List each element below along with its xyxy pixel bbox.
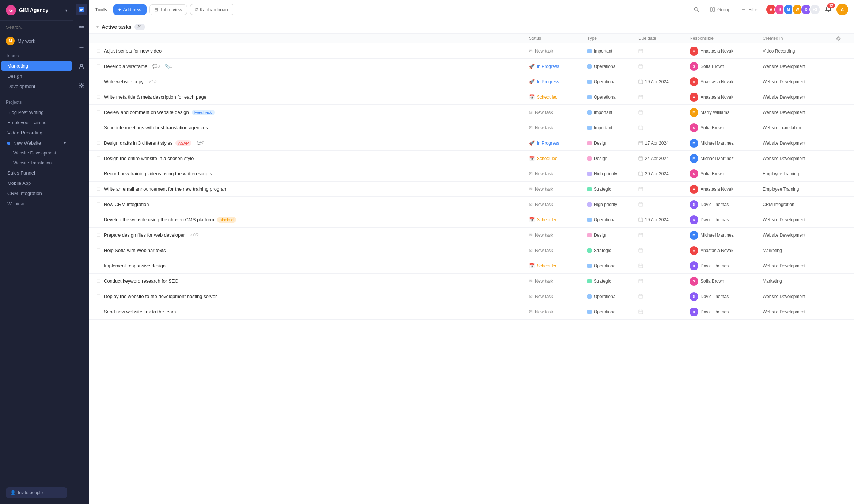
col-due-date[interactable]: Due date <box>638 36 690 41</box>
calendar-icon[interactable] <box>76 23 87 34</box>
task-checkbox[interactable]: ☐ <box>96 248 101 253</box>
table-container: ▾ Active tasks 21 Status Type Due date R… <box>89 19 854 504</box>
checkbox-icon[interactable] <box>76 4 87 15</box>
task-checkbox[interactable]: ☐ <box>96 156 101 161</box>
sidebar-item-new-website[interactable]: New Website ▾ <box>1 138 72 148</box>
task-rows-container: ☐ Adjust scripts for new video ✉ New tas… <box>89 43 854 320</box>
task-checkbox[interactable]: ☐ <box>96 202 101 207</box>
notification-button[interactable]: 12 <box>823 4 834 15</box>
current-user-avatar[interactable]: A <box>836 4 848 15</box>
task-checkbox[interactable]: ☐ <box>96 278 101 284</box>
table-row[interactable]: ☐ Design drafts in 3 different styles AS… <box>89 135 854 151</box>
task-name: ☐ Schedule meetings with best translatio… <box>96 125 529 130</box>
task-checkbox[interactable]: ☐ <box>96 94 101 100</box>
table-row[interactable]: ☐ Write website copy ✓1/3 🚀 In Progress … <box>89 74 854 89</box>
col-due-date-label: Due date <box>638 36 656 41</box>
add-new-button[interactable]: + Add new <box>113 4 147 15</box>
table-row[interactable]: ☐ Review and comment on website design F… <box>89 105 854 120</box>
task-checkbox[interactable]: ☐ <box>96 309 101 314</box>
table-view-button[interactable]: ⊞ Table view <box>149 4 187 15</box>
app-logo[interactable]: G GIM Agency ▾ <box>0 0 73 21</box>
task-checkbox[interactable]: ☐ <box>96 79 101 84</box>
table-row[interactable]: ☐ Implement responsive design 📅 Schedule… <box>89 258 854 274</box>
sidebar-item-website-translation[interactable]: Website Translation <box>1 158 72 168</box>
calendar-icon <box>638 187 643 191</box>
task-checkbox[interactable]: ☐ <box>96 186 101 192</box>
sidebar-item-employee-training[interactable]: Employee Training <box>1 118 72 127</box>
table-row[interactable]: ☐ Prepare design files for web developer… <box>89 228 854 243</box>
invite-label: Invite people <box>18 490 43 495</box>
my-work-item[interactable]: M My work <box>0 34 73 48</box>
sidebar-item-development[interactable]: Development <box>1 81 72 91</box>
sidebar-item-marketing[interactable]: Marketing <box>1 61 72 71</box>
table-row[interactable]: ☐ Record new training videos using the w… <box>89 166 854 182</box>
table-row[interactable]: ☐ Develop a wireframe 💬3📎1 🚀 In Progress… <box>89 59 854 74</box>
table-row[interactable]: ☐ Conduct keyword research for SEO ✉ New… <box>89 274 854 289</box>
table-row[interactable]: ☐ Design the entire website in a chosen … <box>89 151 854 166</box>
development-label: Development <box>7 84 35 89</box>
sidebar-item-webinar[interactable]: Webinar <box>1 199 72 209</box>
task-type: Strategic <box>587 248 638 253</box>
task-type: Operational <box>587 263 638 268</box>
task-checkbox[interactable]: ☐ <box>96 48 101 54</box>
task-type: High priority <box>587 171 638 176</box>
person-icon[interactable] <box>76 61 87 72</box>
table-row[interactable]: ☐ Send new website link to the team ✉ Ne… <box>89 304 854 320</box>
table-row[interactable]: ☐ Help Sofia with Webinar texts ✉ New ta… <box>89 243 854 258</box>
task-responsible: S Sofia Brown <box>690 123 763 132</box>
table-row[interactable]: ☐ New CRM integration ✉ New task High pr… <box>89 197 854 212</box>
sidebar-item-blog-post-writing[interactable]: Blog Post Writing <box>1 107 72 117</box>
responsible-avatar: D <box>690 261 698 270</box>
table-row[interactable]: ☐ Write an email announcement for the ne… <box>89 182 854 197</box>
task-created-in: Website Development <box>763 156 836 161</box>
add-team-icon[interactable]: + <box>65 53 67 58</box>
col-created-in[interactable]: Created in <box>763 36 836 41</box>
type-dot <box>587 172 592 176</box>
settings-icon[interactable] <box>76 80 87 91</box>
col-type[interactable]: Type <box>587 36 638 41</box>
search-input[interactable] <box>6 24 67 30</box>
task-created-in: Employee Training <box>763 171 836 176</box>
svg-rect-18 <box>639 203 643 206</box>
list-icon[interactable] <box>76 42 87 53</box>
table-row[interactable]: ☐ Adjust scripts for new video ✉ New tas… <box>89 43 854 59</box>
table-row[interactable]: ☐ Deploy the website to the development … <box>89 289 854 304</box>
sidebar-item-website-development[interactable]: Website Development <box>1 148 72 158</box>
status-text: Scheduled <box>537 156 558 161</box>
status-icon: ✉ <box>529 110 533 115</box>
projects-section-header[interactable]: Projects + <box>0 98 73 107</box>
task-checkbox[interactable]: ☐ <box>96 217 101 222</box>
sidebar-item-video-recording[interactable]: Video Recording <box>1 128 72 138</box>
kanban-board-button[interactable]: ⧉ Kanban board <box>190 4 235 15</box>
task-checkbox[interactable]: ☐ <box>96 110 101 115</box>
col-responsible[interactable]: Responsible <box>690 36 763 41</box>
table-row[interactable]: ☐ Develop the website using the chosen C… <box>89 212 854 228</box>
task-checkbox[interactable]: ☐ <box>96 232 101 238</box>
task-status: ✉ New task <box>529 294 587 299</box>
task-checkbox[interactable]: ☐ <box>96 140 101 146</box>
group-button[interactable]: Group <box>706 4 734 15</box>
teams-section-header[interactable]: Teams + <box>0 51 73 61</box>
invite-people-button[interactable]: 👤 Invite people <box>6 487 67 498</box>
task-checkbox[interactable]: ☐ <box>96 294 101 299</box>
type-dot <box>587 110 592 115</box>
add-project-icon[interactable]: + <box>65 100 67 105</box>
col-settings[interactable] <box>836 36 847 41</box>
sidebar-item-crm-integration[interactable]: CRM Integration <box>1 188 72 198</box>
type-text: Strategic <box>594 279 611 284</box>
table-row[interactable]: ☐ Write meta title & meta description fo… <box>89 89 854 105</box>
task-checkbox[interactable]: ☐ <box>96 125 101 130</box>
avatar-extra-count[interactable]: +3 <box>809 4 820 15</box>
search-button[interactable] <box>690 4 703 15</box>
task-checkbox[interactable]: ☐ <box>96 263 101 268</box>
task-checkbox[interactable]: ☐ <box>96 64 101 69</box>
collapse-section-button[interactable]: ▾ <box>96 24 99 30</box>
filter-button[interactable]: Filter <box>737 4 763 15</box>
sidebar-item-design[interactable]: Design <box>1 71 72 81</box>
sidebar-item-sales-funnel[interactable]: Sales Funnel <box>1 168 72 178</box>
table-row[interactable]: ☐ Schedule meetings with best translatio… <box>89 120 854 135</box>
task-checkbox[interactable]: ☐ <box>96 171 101 176</box>
col-status[interactable]: Status <box>529 36 587 41</box>
svg-point-7 <box>838 38 839 39</box>
sidebar-item-mobile-app[interactable]: Mobile App <box>1 178 72 188</box>
